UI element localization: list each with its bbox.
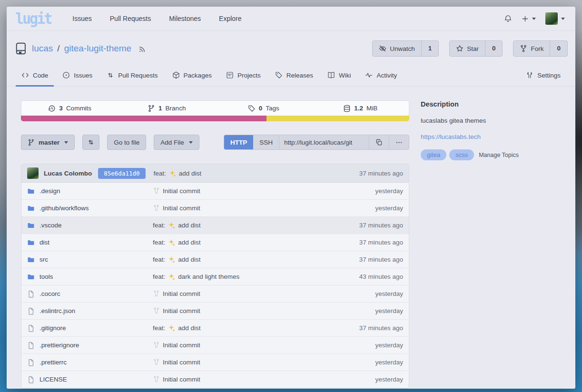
file-table: Lucas Colombo 85e6da11d0 feat: add dist …	[21, 164, 409, 389]
stat-size[interactable]: 1.2 MiB	[312, 105, 409, 112]
commit-message-text: add dist	[179, 170, 201, 177]
user-menu-button[interactable]	[543, 10, 568, 28]
clone-http-button[interactable]: HTTP	[224, 135, 253, 149]
tab-code[interactable]: Code	[14, 64, 55, 86]
add-file-button[interactable]: Add File	[154, 135, 199, 150]
clone-url-input[interactable]	[279, 135, 369, 149]
file-name-link[interactable]: tools	[39, 273, 153, 280]
commit-message[interactable]: feat: add dist	[154, 170, 202, 177]
file-commit-message[interactable]: feat: add dist	[153, 324, 201, 332]
file-commit-message[interactable]: feat: add dist	[153, 239, 201, 246]
language-bar[interactable]	[21, 116, 409, 121]
file-name-link[interactable]: LICENSE	[39, 376, 153, 383]
file-commit-time: yesterday	[375, 376, 403, 383]
stat-commits[interactable]: 3 Commits	[21, 105, 118, 112]
logo[interactable]: lugit	[15, 11, 51, 26]
rss-icon[interactable]	[138, 45, 147, 53]
file-name-link[interactable]: .prettierrc	[39, 359, 153, 366]
compare-button[interactable]	[82, 135, 99, 150]
tab-projects[interactable]: Projects	[219, 64, 268, 86]
sparkles-icon	[168, 222, 175, 229]
file-name-link[interactable]: .gitignore	[39, 324, 153, 332]
file-commit-message[interactable]: feat: add dist	[153, 222, 201, 229]
clone-ssh-button[interactable]: SSH	[253, 135, 279, 149]
create-new-button[interactable]	[519, 12, 539, 25]
file-name-link[interactable]: .vscode	[39, 222, 153, 229]
fork-count[interactable]: 0	[550, 41, 567, 56]
nav-item-pull-requests[interactable]: Pull Requests	[101, 15, 160, 22]
file-commit-message[interactable]: Initial commit	[153, 290, 200, 297]
commit-author-name[interactable]: Lucas Colombo	[44, 170, 92, 177]
file-commit-message[interactable]: feat: add dist	[153, 256, 201, 263]
commit-hash-badge[interactable]: 85e6da11d0	[98, 168, 145, 179]
nav-item-milestones[interactable]: Milestones	[160, 15, 210, 22]
notifications-button[interactable]	[501, 12, 515, 26]
file-commit-message[interactable]: Initial commit	[153, 187, 200, 195]
commit-message-text: add dist	[178, 239, 200, 246]
book-icon	[327, 71, 335, 79]
repo-stats-bar: 3 Commits 1 Branch 0 Tags	[21, 100, 409, 116]
topic-pill[interactable]: scss	[449, 149, 474, 160]
tab-issues[interactable]: Issues	[55, 64, 99, 86]
star-button[interactable]: Star 0	[449, 40, 503, 57]
file-commit-message[interactable]: Initial commit	[153, 359, 200, 366]
file-name-link[interactable]: .github/workflows	[39, 205, 153, 212]
commit-message-text: Initial commit	[163, 359, 200, 366]
file-name-link[interactable]: .cocorc	[39, 290, 153, 297]
fork-button[interactable]: Fork 0	[513, 40, 568, 57]
file-commit-message[interactable]: feat: dark and light themes	[153, 273, 239, 280]
manage-topics-link[interactable]: Manage Topics	[479, 152, 519, 158]
tab-packages[interactable]: Packages	[165, 64, 219, 86]
repo-icon	[14, 42, 28, 55]
topic-pill[interactable]: gitea	[421, 149, 446, 160]
tab-settings[interactable]: Settings	[519, 64, 568, 86]
commit-message-text: add dist	[178, 256, 200, 263]
star-icon	[456, 45, 464, 52]
file-commit-message[interactable]: Initial commit	[153, 376, 200, 383]
file-commit-message[interactable]: Initial commit	[153, 307, 200, 314]
folder-icon	[27, 222, 35, 229]
tools-icon	[526, 71, 533, 79]
file-name-link[interactable]: .eslintrc.json	[39, 307, 153, 314]
file-commit-message[interactable]: Initial commit	[153, 205, 200, 212]
nav-item-explore[interactable]: Explore	[210, 15, 250, 22]
language-segment[interactable]	[21, 116, 266, 121]
toast-icon	[153, 187, 160, 195]
file-icon	[27, 307, 35, 315]
file-name-link[interactable]: src	[39, 256, 153, 263]
file-row: src feat: add dist 37 minutes ago	[21, 251, 409, 268]
go-to-file-button[interactable]: Go to file	[107, 135, 146, 150]
commit-message-text: add dist	[178, 222, 200, 229]
commit-message-text: dark and light themes	[178, 273, 239, 280]
copy-url-button[interactable]	[369, 135, 389, 149]
file-row: .github/workflows Initial commit yesterd…	[21, 200, 409, 217]
tab-wiki[interactable]: Wiki	[320, 64, 358, 86]
watch-count[interactable]: 1	[422, 41, 439, 56]
star-count[interactable]: 0	[485, 41, 503, 56]
clone-more-button[interactable]	[389, 135, 409, 149]
sparkles-icon	[168, 239, 175, 246]
stat-tags[interactable]: 0 Tags	[215, 105, 312, 112]
file-name-link[interactable]: .prettierignore	[39, 342, 153, 349]
tab-activity[interactable]: Activity	[358, 64, 404, 86]
commit-message-prefix: feat:	[153, 222, 165, 229]
repo-name-link[interactable]: gitea-lugit-theme	[64, 43, 132, 54]
language-segment[interactable]	[266, 116, 409, 121]
tab-label: Wiki	[339, 72, 351, 79]
repo-owner-link[interactable]: lucas	[32, 43, 53, 54]
branch-icon	[28, 139, 35, 146]
file-name-link[interactable]: .design	[39, 187, 153, 195]
unwatch-button[interactable]: Unwatch 1	[372, 40, 439, 57]
avatar	[545, 12, 558, 25]
stat-branches[interactable]: 1 Branch	[118, 105, 216, 112]
tab-releases[interactable]: Releases	[268, 64, 320, 86]
file-name-link[interactable]: dist	[39, 239, 153, 246]
caret-down-icon	[532, 18, 536, 20]
commit-author-avatar[interactable]	[27, 167, 39, 179]
branch-selector[interactable]: master	[21, 135, 75, 150]
repo-website-link[interactable]: https://lucaslabs.tech	[421, 133, 568, 140]
tab-pull-requests[interactable]: Pull Requests	[99, 64, 165, 86]
file-commit-time: 37 minutes ago	[359, 256, 403, 263]
file-commit-message[interactable]: Initial commit	[153, 342, 200, 349]
nav-item-issues[interactable]: Issues	[63, 15, 100, 22]
